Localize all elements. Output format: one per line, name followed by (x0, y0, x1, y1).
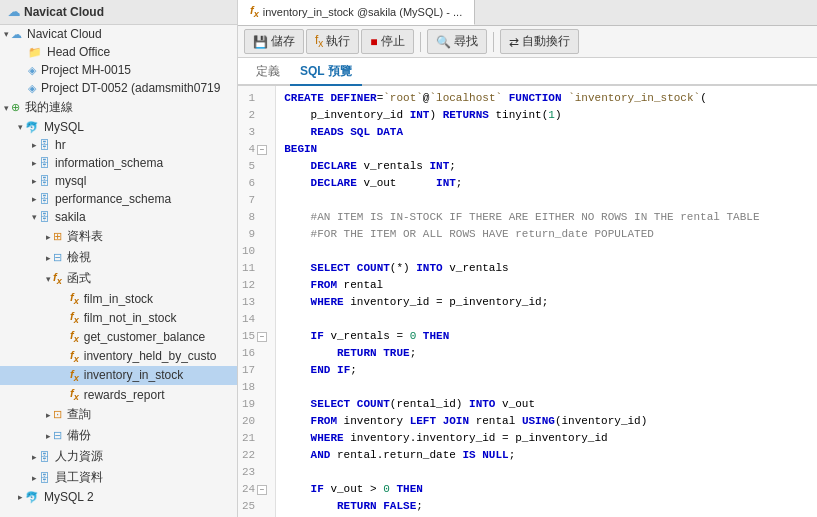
schema-icon: 🗄 (39, 451, 50, 463)
chevron-right-icon: ▸ (46, 253, 51, 263)
db-icon: 🐬 (25, 121, 39, 134)
tree-container: ▾ ☁ Navicat Cloud 📁 Head Office ◈ Projec… (0, 25, 237, 506)
line-number-2: 2 (242, 107, 271, 124)
toolbar-separator (420, 32, 421, 52)
chevron-right-icon: ▸ (32, 140, 37, 150)
tree-item-label: Head Office (47, 45, 110, 59)
line-number-10: 10 (242, 243, 271, 260)
tree-item-label: 函式 (67, 270, 91, 287)
chevron-right-icon: ▸ (32, 176, 37, 186)
schema-icon: 🗄 (39, 175, 50, 187)
find-button[interactable]: 🔍 尋找 (427, 29, 487, 54)
sidebar-item-hr[interactable]: ▸ 🗄 hr (0, 136, 237, 154)
sidebar-item-mysql[interactable]: ▾ 🐬 MySQL (0, 118, 237, 136)
sidebar-item-tables[interactable]: ▸ ⊞ 資料表 (0, 226, 237, 247)
line-number-20: 20 (242, 413, 271, 430)
sidebar-item-employee[interactable]: ▸ 🗄 員工資料 (0, 467, 237, 488)
sidebar-item-project-mh0015[interactable]: ◈ Project MH-0015 (0, 61, 237, 79)
line-number-9: 9 (242, 226, 271, 243)
code-content[interactable]: CREATE DEFINER=`root`@`localhost` FUNCTI… (276, 86, 817, 517)
project-icon: ◈ (28, 82, 36, 95)
line-number-18: 18 (242, 379, 271, 396)
chevron-down-icon: ▾ (4, 29, 9, 39)
tree-item-label: get_customer_balance (84, 330, 205, 344)
tree-item-label: Project MH-0015 (41, 63, 131, 77)
tree-item-label: film_not_in_stock (84, 311, 177, 325)
sidebar-item-film_not_in_stock[interactable]: fx film_not_in_stock (0, 308, 237, 327)
save-button[interactable]: 💾 儲存 (244, 29, 304, 54)
func-icon: fx (70, 387, 79, 402)
save-icon: 💾 (253, 35, 268, 49)
project-icon: ◈ (28, 64, 36, 77)
chevron-down-icon: ▾ (18, 122, 23, 132)
func-icon: fx (70, 349, 79, 364)
func-icon: fx (70, 291, 79, 306)
sidebar-item-inventory_held_by_cust[interactable]: fx inventory_held_by_custo (0, 347, 237, 366)
sidebar-item-backup[interactable]: ▸ ⊟ 備份 (0, 425, 237, 446)
sidebar-item-views[interactable]: ▸ ⊟ 檢視 (0, 247, 237, 268)
tree-item-label: Navicat Cloud (27, 27, 102, 41)
sidebar-item-film_in_stock[interactable]: fx film_in_stock (0, 289, 237, 308)
section-icon: ⊕ (11, 101, 20, 114)
tree-item-label: 人力資源 (55, 448, 103, 465)
collapse-btn-15[interactable]: − (257, 332, 267, 342)
tree-item-label: information_schema (55, 156, 163, 170)
line-number-17: 17 (242, 362, 271, 379)
line-number-19: 19 (242, 396, 271, 413)
sidebar-item-head-office[interactable]: 📁 Head Office (0, 43, 237, 61)
line-number-12: 12 (242, 277, 271, 294)
func-icon: fx (70, 329, 79, 344)
sidebar-item-mysql-db[interactable]: ▸ 🗄 mysql (0, 172, 237, 190)
sidebar-item-performance_schema[interactable]: ▸ 🗄 performance_schema (0, 190, 237, 208)
sidebar-item-rewards_report[interactable]: fx rewards_report (0, 385, 237, 404)
schema-icon: 🗄 (39, 211, 50, 223)
sidebar-title: Navicat Cloud (24, 5, 104, 19)
sidebar-item-project-dt0052[interactable]: ◈ Project DT-0052 (adamsmith0719 (0, 79, 237, 97)
sidebar-item-my-connections[interactable]: ▾ ⊕ 我的連線 (0, 97, 237, 118)
line-number-13: 13 (242, 294, 271, 311)
tree-item-label: Project DT-0052 (adamsmith0719 (41, 81, 220, 95)
chevron-right-icon: ▸ (32, 158, 37, 168)
func-icon: fx (70, 310, 79, 325)
tree-item-label: 備份 (67, 427, 91, 444)
line-number-16: 16 (242, 345, 271, 362)
collapse-btn-4[interactable]: − (257, 145, 267, 155)
auto-wrap-icon: ⇄ (509, 35, 519, 49)
tab-define[interactable]: 定義 (246, 59, 290, 86)
find-icon: 🔍 (436, 35, 451, 49)
tables-group-icon: ⊞ (53, 230, 62, 243)
main-tab[interactable]: fx inventory_in_stock @sakila (MySQL) - … (238, 0, 475, 25)
line-number-11: 11 (242, 260, 271, 277)
chevron-right-icon: ▸ (32, 194, 37, 204)
tree-item-label: mysql (55, 174, 86, 188)
sidebar: ☁ Navicat Cloud ▾ ☁ Navicat Cloud 📁 Head… (0, 0, 238, 517)
sidebar-item-navicat-cloud[interactable]: ▾ ☁ Navicat Cloud (0, 25, 237, 43)
auto-wrap-button[interactable]: ⇄ 自動換行 (500, 29, 579, 54)
sidebar-item-mysql2[interactable]: ▸ 🐬 MySQL 2 (0, 488, 237, 506)
schema-icon: 🗄 (39, 157, 50, 169)
sidebar-item-information_schema[interactable]: ▸ 🗄 information_schema (0, 154, 237, 172)
line-number-25: 25 (242, 498, 271, 515)
tree-item-label: 我的連線 (25, 99, 73, 116)
cloud-icon: ☁ (8, 5, 20, 19)
tree-item-label: 資料表 (67, 228, 103, 245)
line-number-15: 15 − (242, 328, 271, 345)
tab-sql-preview[interactable]: SQL 預覽 (290, 59, 362, 86)
sidebar-item-sakila[interactable]: ▾ 🗄 sakila (0, 208, 237, 226)
tree-item-label: inventory_in_stock (84, 368, 183, 382)
chevron-down-icon: ▾ (4, 103, 9, 113)
chevron-right-icon: ▸ (32, 473, 37, 483)
line-number-5: 5 (242, 158, 271, 175)
run-button[interactable]: fx 執行 (306, 29, 359, 54)
sidebar-item-inventory_in_stock[interactable]: fx inventory_in_stock (0, 366, 237, 385)
sidebar-item-hr-res[interactable]: ▸ 🗄 人力資源 (0, 446, 237, 467)
sidebar-item-queries[interactable]: ▸ ⊡ 查詢 (0, 404, 237, 425)
collapse-btn-24[interactable]: − (257, 485, 267, 495)
chevron-down-icon: ▾ (46, 274, 51, 284)
sidebar-item-get_customer_balance[interactable]: fx get_customer_balance (0, 327, 237, 346)
backup-group-icon: ⊟ (53, 429, 62, 442)
schema-icon: 🗄 (39, 193, 50, 205)
stop-button[interactable]: ■ 停止 (361, 29, 413, 54)
sidebar-item-functions[interactable]: ▾ fx 函式 (0, 268, 237, 289)
tree-item-label: hr (55, 138, 66, 152)
